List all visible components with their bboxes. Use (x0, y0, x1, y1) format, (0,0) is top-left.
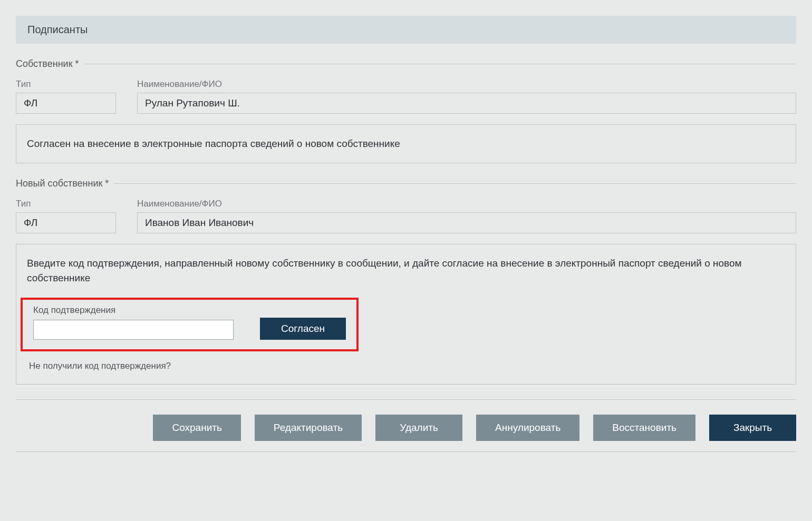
owner-name-input[interactable] (137, 93, 796, 114)
section-title: Подписанты (27, 24, 88, 35)
new-owner-legend-row: Новый собственник * (16, 178, 796, 189)
delete-button[interactable]: Удалить (375, 415, 462, 441)
code-label: Код подтверждения (33, 305, 234, 316)
save-button[interactable]: Сохранить (153, 415, 240, 441)
owner-consent-box: Согласен на внесение в электронные паспо… (16, 124, 796, 163)
new-owner-field-row: Тип Наименование/ФИО (16, 199, 796, 233)
action-bar: Сохранить Редактировать Удалить Аннулиро… (16, 410, 796, 448)
owner-consent-text: Согласен на внесение в электронные паспо… (27, 138, 400, 149)
new-owner-fieldset: Новый собственник * Тип Наименование/ФИО… (16, 178, 796, 385)
restore-button[interactable]: Восстановить (593, 415, 695, 441)
confirmation-highlight: Код подтверждения Согласен (21, 298, 359, 351)
divider (114, 183, 796, 184)
new-owner-name-col: Наименование/ФИО (137, 199, 796, 233)
confirmation-code-input[interactable] (33, 320, 234, 340)
owner-type-label: Тип (16, 79, 116, 90)
section-header: Подписанты (16, 16, 796, 44)
owner-name-col: Наименование/ФИО (137, 79, 796, 114)
owner-name-label: Наименование/ФИО (137, 79, 796, 90)
code-group: Код подтверждения (33, 305, 234, 340)
owner-field-row: Тип Наименование/ФИО (16, 79, 796, 114)
agree-button[interactable]: Согласен (260, 318, 346, 340)
edit-button[interactable]: Редактировать (255, 415, 362, 441)
owner-legend: Собственник * (16, 58, 84, 70)
owner-fieldset: Собственник * Тип Наименование/ФИО Согла… (16, 58, 796, 163)
divider (16, 451, 796, 452)
new-owner-legend: Новый собственник * (16, 178, 114, 189)
owner-type-input[interactable] (16, 93, 116, 114)
owner-legend-row: Собственник * (16, 58, 796, 70)
new-owner-type-col: Тип (16, 199, 116, 233)
divider (16, 399, 796, 400)
close-button[interactable]: Закрыть (709, 415, 796, 441)
new-owner-type-input[interactable] (16, 212, 116, 233)
owner-type-col: Тип (16, 79, 116, 114)
new-owner-name-label: Наименование/ФИО (137, 199, 796, 209)
new-owner-name-input[interactable] (137, 212, 796, 233)
divider (84, 64, 796, 64)
confirmation-panel: Введите код подтверждения, направленный … (16, 244, 796, 385)
new-owner-type-label: Тип (16, 199, 116, 209)
resend-code-link[interactable]: Не получили код подтверждения? (27, 361, 785, 371)
confirmation-instruction: Введите код подтверждения, направленный … (27, 256, 785, 286)
annul-button[interactable]: Аннулировать (476, 415, 579, 441)
